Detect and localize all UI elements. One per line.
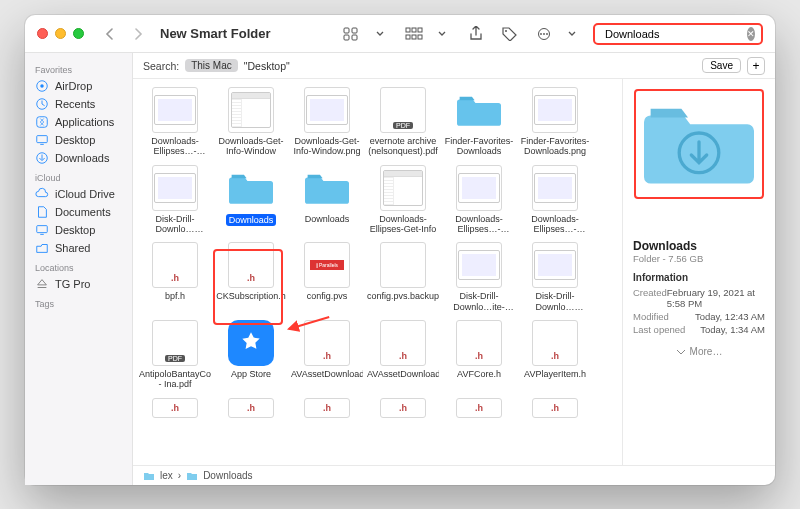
sidebar-label: iCloud Drive	[55, 188, 115, 200]
zoom-window[interactable]	[73, 28, 84, 39]
folder-icon	[186, 471, 198, 481]
close-window[interactable]	[37, 28, 48, 39]
sidebar-label: Shared	[55, 242, 90, 254]
file-label: Disk-Drill-Downlo…Site.PNG	[139, 214, 211, 235]
file-item[interactable]: .hAVAssetDownloadStorageManager.h	[289, 318, 365, 396]
file-label: evernote archive (nelsonquest).pdf	[367, 136, 439, 157]
file-item[interactable]: Disk-Drill-Downlo…Site.PNG	[517, 240, 593, 318]
svg-rect-22	[37, 226, 48, 233]
file-item[interactable]: App Store	[213, 318, 289, 396]
file-item[interactable]: .h	[289, 396, 365, 424]
action-button[interactable]	[531, 23, 557, 45]
svg-rect-20	[37, 136, 48, 143]
file-label: Disk-Drill-Downlo…Site.PNG	[519, 291, 591, 312]
svg-rect-8	[412, 35, 416, 39]
icon-grid[interactable]: Downloads-Ellipses…-Info.pngDownloads-Ge…	[133, 79, 622, 465]
file-item[interactable]: Downloads-Get-Info-Window	[213, 85, 289, 163]
add-criteria-button[interactable]: +	[747, 57, 765, 75]
file-item[interactable]: config.pvs.backup	[365, 240, 441, 318]
svg-rect-2	[344, 35, 349, 40]
sidebar-item-applications[interactable]: Applications	[25, 113, 132, 131]
sidebar-label: Desktop	[55, 134, 95, 146]
file-item[interactable]: Finder-Favorites-Downloads	[441, 85, 517, 163]
file-label: Downloads-Ellipses…-Info.png	[443, 214, 515, 235]
file-label: Finder-Favorites-Downloads.png	[519, 136, 591, 157]
preview-pane: Downloads Folder - 7.56 GB Information C…	[622, 79, 775, 465]
group-button[interactable]	[401, 23, 427, 45]
preview-modified: ModifiedToday, 12:43 AM	[633, 310, 765, 323]
sidebar-label: Recents	[55, 98, 95, 110]
window-controls	[37, 28, 84, 39]
file-item[interactable]: .h	[517, 396, 593, 424]
sidebar-item-recents[interactable]: Recents	[25, 95, 132, 113]
svg-point-17	[40, 84, 44, 88]
file-item[interactable]: PDFevernote archive (nelsonquest).pdf	[365, 85, 441, 163]
file-item[interactable]: ∥Parallelsconfig.pvs	[289, 240, 365, 318]
preview-created: CreatedFebruary 19, 2021 at 5:58 PM	[633, 286, 765, 310]
search-input[interactable]	[605, 28, 743, 40]
svg-rect-4	[406, 28, 410, 32]
file-label: config.pvs.backup	[367, 291, 439, 301]
scope-desktop[interactable]: "Desktop"	[244, 60, 290, 72]
sidebar-label: AirDrop	[55, 80, 92, 92]
sidebar-item-desktop[interactable]: Desktop	[25, 131, 132, 149]
sidebar-item-tgpro[interactable]: TG Pro	[25, 275, 132, 293]
file-item[interactable]: .h	[365, 396, 441, 424]
sidebar-item-documents[interactable]: Documents	[25, 203, 132, 221]
file-item[interactable]: PDFAntipoloBantayCovid - Ina.pdf	[137, 318, 213, 396]
sidebar-item-downloads[interactable]: Downloads	[25, 149, 132, 167]
preview-more-button[interactable]: More…	[633, 346, 765, 357]
file-item[interactable]: Downloads-Ellipses-Get-Info	[365, 163, 441, 241]
tag-button[interactable]	[497, 23, 523, 45]
save-button[interactable]: Save	[702, 58, 741, 73]
svg-point-14	[546, 33, 548, 35]
group-chevron-icon[interactable]	[429, 23, 455, 45]
folder-icon	[143, 471, 155, 481]
eject-icon	[35, 277, 49, 291]
forward-button[interactable]	[128, 24, 148, 44]
sidebar-item-desktop-icloud[interactable]: Desktop	[25, 221, 132, 239]
svg-rect-1	[352, 28, 357, 33]
downloads-icon	[35, 151, 49, 165]
sidebar-item-icloud-drive[interactable]: iCloud Drive	[25, 185, 132, 203]
preview-info-header: Information	[633, 272, 765, 283]
file-item[interactable]: .hbpf.h	[137, 240, 213, 318]
file-label: CKSubscription.h	[216, 291, 286, 301]
file-item[interactable]: Downloads	[213, 163, 289, 241]
back-button[interactable]	[100, 24, 120, 44]
preview-name: Downloads	[633, 239, 765, 253]
file-label: bpf.h	[165, 291, 185, 301]
sidebar-item-airdrop[interactable]: AirDrop	[25, 77, 132, 95]
file-item[interactable]: Downloads-Ellipses…-Info.png	[517, 163, 593, 241]
file-item[interactable]: .h	[441, 396, 517, 424]
view-chevron-icon[interactable]	[367, 23, 393, 45]
path-chevron-icon: ›	[178, 470, 181, 481]
svg-rect-3	[352, 35, 357, 40]
minimize-window[interactable]	[55, 28, 66, 39]
file-item[interactable]: Disk-Drill-Downlo…ite-2.png	[441, 240, 517, 318]
file-item[interactable]: .hAVPlayerItem.h	[517, 318, 593, 396]
file-item[interactable]: Downloads-Get-Info-Window.png	[289, 85, 365, 163]
file-item[interactable]: Downloads	[289, 163, 365, 241]
action-chevron-icon[interactable]	[559, 23, 585, 45]
file-item[interactable]: Disk-Drill-Downlo…Site.PNG	[137, 163, 213, 241]
file-item[interactable]: .hAVAssetDownloadTask.h	[365, 318, 441, 396]
search-field[interactable]: ✕	[593, 23, 763, 45]
file-item[interactable]: Downloads-Ellipses…-Info.png	[441, 163, 517, 241]
file-item[interactable]: .h	[213, 396, 289, 424]
view-icons-button[interactable]	[339, 23, 365, 45]
file-label: config.pvs	[307, 291, 348, 301]
file-item[interactable]: .hAVFCore.h	[441, 318, 517, 396]
folder-icon	[644, 99, 754, 189]
clear-search-icon[interactable]: ✕	[747, 27, 755, 41]
file-item[interactable]: .h	[137, 396, 213, 424]
scope-label: Search:	[143, 60, 179, 72]
path-segment[interactable]: lex	[160, 470, 173, 481]
scope-thismac[interactable]: This Mac	[185, 59, 238, 72]
share-button[interactable]	[463, 23, 489, 45]
file-item[interactable]: .hCKSubscription.h	[213, 240, 289, 318]
sidebar-item-shared[interactable]: Shared	[25, 239, 132, 257]
path-segment[interactable]: Downloads	[203, 470, 252, 481]
file-item[interactable]: Finder-Favorites-Downloads.png	[517, 85, 593, 163]
file-item[interactable]: Downloads-Ellipses…-Info.png	[137, 85, 213, 163]
